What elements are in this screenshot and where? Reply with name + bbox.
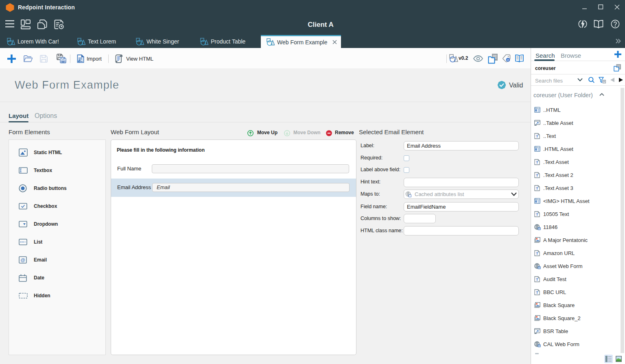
svg-text:T: T: [536, 212, 538, 216]
svg-text:T: T: [536, 173, 538, 177]
svg-text:T: T: [536, 134, 538, 138]
svg-text:T: T: [536, 186, 538, 190]
svg-text:T: T: [536, 277, 538, 281]
svg-text:T: T: [536, 290, 538, 294]
svg-text:T: T: [536, 251, 538, 255]
svg-text:T: T: [536, 160, 538, 164]
svg-text:@: @: [20, 257, 25, 262]
svg-text:@: @: [507, 59, 509, 61]
